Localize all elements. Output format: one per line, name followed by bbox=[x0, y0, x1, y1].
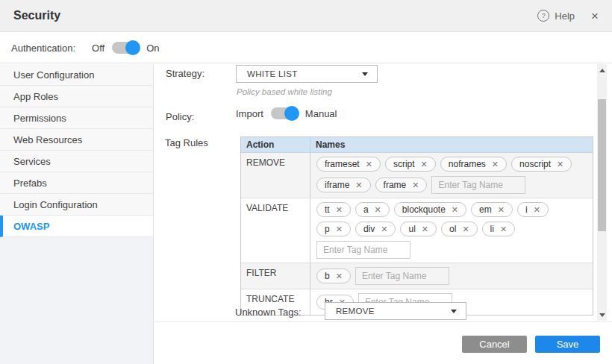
sidebar-item-owasp[interactable]: OWASP bbox=[0, 216, 153, 237]
title-bar: Security ? Help × bbox=[0, 0, 612, 32]
remove-tag-icon[interactable]: ✕ bbox=[355, 181, 362, 189]
tag-chip: em ✕ bbox=[471, 202, 513, 217]
toggle-knob bbox=[284, 106, 299, 121]
scroll-down-icon[interactable] bbox=[597, 310, 607, 319]
tag-chip: ol ✕ bbox=[441, 222, 478, 236]
security-dialog: Security ? Help × Authentication: Off On… bbox=[0, 0, 612, 364]
remove-tag-icon[interactable]: ✕ bbox=[557, 160, 563, 169]
tag-rules-label: Tag Rules bbox=[165, 137, 208, 148]
tag-name-input[interactable] bbox=[355, 267, 449, 285]
authentication-toggle[interactable] bbox=[112, 42, 139, 54]
titlebar-actions: ? Help × bbox=[537, 10, 599, 22]
tag-rules-table: Action Names REMOVE frameset ✕ script ✕ … bbox=[240, 136, 593, 316]
sidebar-item-services[interactable]: Services bbox=[0, 151, 153, 172]
sidebar-item-app-roles[interactable]: App Roles bbox=[0, 86, 153, 107]
tag-chip-label: i bbox=[525, 204, 528, 215]
rule-action-label: FILTER bbox=[241, 263, 310, 289]
owasp-settings-panel: Strategy: WHITE LIST Policy based white … bbox=[154, 64, 597, 321]
remove-tag-icon[interactable]: ✕ bbox=[498, 206, 505, 214]
unknown-tags-value: REMOVE bbox=[336, 307, 375, 316]
tag-chip-label: div bbox=[363, 224, 375, 234]
page-title: Security bbox=[13, 9, 60, 22]
tag-chip-label: p bbox=[325, 224, 330, 234]
remove-tag-icon[interactable]: ✕ bbox=[452, 206, 458, 214]
tag-chip: a ✕ bbox=[355, 202, 390, 217]
remove-tag-icon[interactable]: ✕ bbox=[462, 225, 469, 233]
remove-tag-icon[interactable]: ✕ bbox=[492, 160, 499, 169]
sidebar-item-label: App Roles bbox=[13, 91, 58, 102]
authentication-bar: Authentication: Off On bbox=[0, 33, 612, 63]
tag-rules-header: Action Names bbox=[241, 137, 593, 153]
remove-tag-icon[interactable]: ✕ bbox=[336, 225, 343, 233]
auth-on-label: On bbox=[146, 43, 159, 54]
policy-label: Policy: bbox=[166, 111, 194, 122]
remove-tag-icon[interactable]: ✕ bbox=[534, 206, 540, 214]
tag-chip: frameset ✕ bbox=[316, 157, 381, 172]
scrollbar-thumb[interactable] bbox=[598, 99, 606, 231]
tag-rule-row: FILTER b ✕ bbox=[241, 263, 593, 289]
tag-chip: li ✕ bbox=[482, 222, 516, 236]
policy-toggle[interactable] bbox=[271, 107, 298, 119]
remove-tag-icon[interactable]: ✕ bbox=[422, 225, 428, 233]
help-icon: ? bbox=[537, 10, 549, 22]
tag-chip-label: blockquote bbox=[402, 204, 446, 215]
tag-chip: noframes ✕ bbox=[440, 157, 507, 172]
remove-tag-icon[interactable]: ✕ bbox=[336, 272, 343, 280]
tag-chip: tt ✕ bbox=[316, 202, 351, 217]
tag-chip: p ✕ bbox=[316, 222, 351, 236]
remove-tag-icon[interactable]: ✕ bbox=[381, 225, 387, 233]
sidebar-item-label: User Configuration bbox=[13, 69, 94, 81]
sidebar-item-user-configuration[interactable]: User Configuration bbox=[0, 64, 153, 86]
tag-chip-label: script bbox=[393, 159, 415, 169]
toggle-knob bbox=[125, 40, 140, 55]
strategy-label: Strategy: bbox=[166, 68, 204, 79]
tag-chip-label: ol bbox=[449, 224, 456, 234]
help-button[interactable]: ? Help bbox=[537, 10, 575, 22]
sidebar-item-login-configuration[interactable]: Login Configuration bbox=[0, 194, 153, 216]
cancel-button[interactable]: Cancel bbox=[462, 336, 527, 353]
tag-rules-rows: REMOVE frameset ✕ script ✕ noframes ✕ no… bbox=[241, 153, 593, 315]
tag-chip: div ✕ bbox=[355, 222, 396, 236]
unknown-tags-select[interactable]: REMOVE bbox=[325, 302, 466, 320]
remove-tag-icon[interactable]: ✕ bbox=[375, 206, 381, 214]
sidebar-item-label: Services bbox=[13, 156, 51, 167]
sidebar-item-prefabs[interactable]: Prefabs bbox=[0, 172, 153, 194]
close-icon[interactable]: × bbox=[591, 10, 599, 22]
remove-tag-icon[interactable]: ✕ bbox=[412, 181, 419, 189]
rule-names-cell: tt ✕ a ✕ blockquote ✕ em ✕ i ✕ p ✕ div ✕… bbox=[310, 198, 593, 263]
tag-chip-label: iframe bbox=[325, 180, 349, 190]
tag-chip: b ✕ bbox=[316, 269, 351, 283]
tag-name-input[interactable] bbox=[431, 176, 525, 194]
sidebar-item-label: Permissions bbox=[13, 113, 66, 124]
tag-chip-label: a bbox=[363, 204, 369, 215]
tag-chip-label: noscript bbox=[519, 159, 551, 169]
sidebar-item-web-resources[interactable]: Web Resources bbox=[0, 129, 153, 151]
authentication-label: Authentication: bbox=[11, 43, 75, 54]
policy-import-label: Import bbox=[236, 108, 263, 119]
tag-chip-label: tt bbox=[325, 204, 330, 215]
save-button[interactable]: Save bbox=[535, 336, 600, 353]
vertical-scrollbar[interactable] bbox=[597, 64, 607, 321]
strategy-value: WHITE LIST bbox=[247, 69, 298, 78]
remove-tag-icon[interactable]: ✕ bbox=[336, 206, 343, 214]
tag-chip: frame ✕ bbox=[375, 178, 428, 192]
tag-chip: i ✕ bbox=[517, 202, 549, 217]
tag-rule-row: REMOVE frameset ✕ script ✕ noframes ✕ no… bbox=[241, 153, 593, 198]
remove-tag-icon[interactable]: ✕ bbox=[366, 160, 372, 169]
strategy-select[interactable]: WHITE LIST bbox=[236, 65, 378, 83]
scroll-up-icon[interactable] bbox=[597, 66, 607, 75]
sidebar-item-label: Login Configuration bbox=[13, 199, 98, 210]
remove-tag-icon[interactable]: ✕ bbox=[421, 160, 428, 169]
sidebar-nav: User Configuration App Roles Permissions… bbox=[0, 64, 154, 364]
footer-bar: Cancel Save bbox=[154, 321, 612, 364]
tag-chip-label: li bbox=[490, 224, 494, 234]
remove-tag-icon[interactable]: ✕ bbox=[500, 225, 507, 233]
tag-chip: ul ✕ bbox=[400, 222, 437, 236]
rule-names-cell: frameset ✕ script ✕ noframes ✕ noscript … bbox=[310, 153, 593, 198]
sidebar-item-permissions[interactable]: Permissions bbox=[0, 107, 153, 129]
policy-toggle-group: Import Manual bbox=[236, 107, 337, 119]
tag-name-input[interactable] bbox=[316, 241, 410, 259]
tag-chip-label: b bbox=[325, 271, 330, 281]
column-header-names: Names bbox=[310, 139, 593, 150]
tag-chip-label: frame bbox=[384, 180, 407, 190]
